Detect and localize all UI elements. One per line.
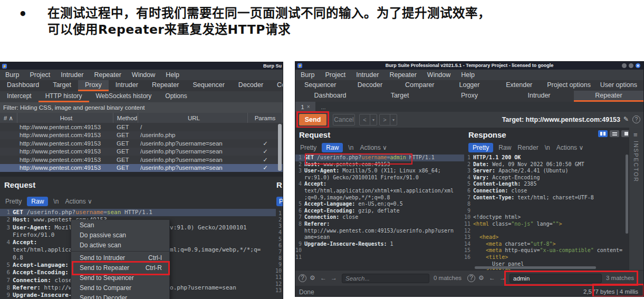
tab-dashboard[interactable]: Dashboard xyxy=(0,80,46,91)
menu-item-help[interactable]: Help xyxy=(160,71,185,79)
table-row[interactable]: http://www.pentest.com:49153GET/userinfo… xyxy=(0,164,283,172)
tab-target[interactable]: Target xyxy=(46,80,78,91)
menu-item-burp[interactable]: Burp xyxy=(295,71,320,79)
context-menu-item-send-to-comparer[interactable]: Send to Comparer xyxy=(71,283,169,293)
editor-tab-actions[interactable]: Actions ∨ xyxy=(555,143,584,152)
minimize-button[interactable] xyxy=(622,63,627,68)
tab-repeater[interactable]: Repeater xyxy=(574,91,643,102)
tab-proxy[interactable]: Proxy xyxy=(78,80,109,91)
http-history-filter-bar[interactable]: Filter: Hiding CSS, image and general bi… xyxy=(0,102,283,113)
back-button[interactable]: < ▾ xyxy=(359,114,377,126)
table-row[interactable]: http://www.pentest.com:49153GET/userinfo… xyxy=(0,139,283,148)
menu-item-project[interactable]: Project xyxy=(320,71,351,79)
column-header-host[interactable]: Host xyxy=(17,113,113,123)
splitter-strip[interactable] xyxy=(0,172,283,177)
table-row[interactable]: http://www.pentest.com:49153GET/userinfo… xyxy=(0,156,283,164)
forward-button[interactable]: > ▾ xyxy=(379,114,397,126)
response-search-input[interactable]: admin xyxy=(510,274,602,283)
tab-sequencer[interactable]: Sequencer xyxy=(295,80,345,91)
context-menu-item-do-passive-scan[interactable]: Do passive scan xyxy=(71,230,169,240)
menu-item-window[interactable]: Window xyxy=(127,71,160,79)
tab-logger[interactable]: Logger xyxy=(445,80,494,91)
tab-proxy[interactable]: Proxy xyxy=(435,91,504,102)
menu-item-burp[interactable]: Burp xyxy=(0,71,24,79)
tab-dashboard[interactable]: Dashboard xyxy=(295,91,365,102)
tab-extender[interactable]: Extender xyxy=(494,80,544,91)
column-header-item[interactable]: # ∧ xyxy=(0,113,17,123)
response-search-next-icon[interactable]: → xyxy=(499,274,506,282)
tab-options[interactable]: Options xyxy=(158,91,194,102)
tab-user-options[interactable]: User options xyxy=(594,80,643,91)
repeater-tab-close-icon[interactable]: × xyxy=(307,104,310,110)
tab-websockets-history[interactable]: WebSockets history xyxy=(89,91,159,102)
editor-tab-render[interactable]: Render xyxy=(516,143,539,152)
response-search-prev-icon[interactable]: ← xyxy=(489,274,495,282)
forward-arrow[interactable]: > xyxy=(380,114,390,125)
response-horizontal-scrollbar[interactable] xyxy=(475,266,596,269)
tab-decoder[interactable]: Decoder xyxy=(232,80,270,91)
back-arrow[interactable]: < xyxy=(360,114,370,125)
request-search-help-icon[interactable]: ? xyxy=(299,274,306,282)
editor-tab-actions[interactable]: Actions ∨ xyxy=(64,197,93,206)
context-menu-item-send-to-decoder[interactable]: Send to Decoder xyxy=(71,293,169,299)
table-scrollbar[interactable] xyxy=(278,124,282,171)
tab-repeater[interactable]: Repeater xyxy=(145,80,186,91)
left-response-pretty-tab-cut[interactable]: P xyxy=(276,197,283,206)
cancel-button[interactable]: Cancel xyxy=(333,114,355,126)
help-icon[interactable]: ? xyxy=(632,115,640,123)
close-button[interactable]: ✕ xyxy=(636,63,640,68)
tab-intercept[interactable]: Intercept xyxy=(0,91,39,102)
tab-intruder[interactable]: Intruder xyxy=(109,80,145,91)
menu-item-help[interactable]: Help xyxy=(456,71,480,79)
inspector-menu-icon[interactable]: ≡ xyxy=(633,131,638,139)
editor-tab-pretty[interactable]: Pretty xyxy=(299,143,318,152)
request-search-prev-icon[interactable]: ← xyxy=(320,274,326,282)
request-search-gear-icon[interactable]: ⚙ xyxy=(310,274,315,282)
forward-dropdown-icon[interactable]: ▾ xyxy=(390,114,397,125)
request-editor[interactable]: 1GET /userinfo.php?username=admin HTTP/1… xyxy=(295,155,464,270)
send-button[interactable]: Send xyxy=(299,114,326,126)
menu-item-project[interactable]: Project xyxy=(24,71,55,79)
tab-intruder[interactable]: Intruder xyxy=(504,91,574,102)
table-row[interactable]: http://www.pentest.com:49153GET/userinfo… xyxy=(0,148,283,156)
tab-sequencer[interactable]: Sequencer xyxy=(186,80,231,91)
editor-tab-pretty[interactable]: Pretty xyxy=(4,197,23,206)
repeater-tab-1[interactable]: 1 × xyxy=(295,102,315,112)
editor-tab-raw[interactable]: Raw xyxy=(322,143,343,152)
request-search-input[interactable]: Search... xyxy=(342,274,429,283)
table-row[interactable]: http://www.pentest.com:49153GET/userinfo… xyxy=(0,131,283,140)
menu-item-intruder[interactable]: Intruder xyxy=(351,71,384,79)
column-header-method[interactable]: Method xyxy=(113,113,138,123)
editor-tab-raw[interactable]: Raw xyxy=(27,197,48,206)
menu-item-repeater[interactable]: Repeater xyxy=(384,71,421,79)
editor-tab-raw[interactable]: Raw xyxy=(497,143,512,152)
response-editor[interactable]: 1HTTP/1.1 200 OK2Date: Wed, 09 Nov 2022 … xyxy=(464,155,625,270)
context-menu-item-send-to-intruder[interactable]: Send to IntruderCtrl-I xyxy=(71,253,169,263)
response-search-gear-icon[interactable]: ⚙ xyxy=(478,274,484,282)
editor-tab-actions[interactable]: Actions ∨ xyxy=(359,143,388,152)
inspector-sidebar[interactable]: ≡ INSPECTOR xyxy=(629,128,643,270)
back-dropdown-icon[interactable]: ▾ xyxy=(370,114,377,125)
tab-target[interactable]: Target xyxy=(365,91,435,102)
maximize-button[interactable] xyxy=(629,63,633,68)
table-row[interactable]: http://www.pentest.com:49153GET/ xyxy=(0,123,283,131)
tab-comparer[interactable]: Comparer xyxy=(270,80,283,91)
context-menu-item-send-to-repeater[interactable]: Send to RepeaterCtrl-R xyxy=(71,263,169,273)
response-search-help-icon[interactable]: ? xyxy=(467,274,475,282)
edit-target-icon[interactable]: ✎ xyxy=(623,115,629,123)
response-vertical-scrollbar[interactable] xyxy=(626,155,628,234)
tab-comparer[interactable]: Comparer xyxy=(395,80,445,91)
column-header-url[interactable]: URL xyxy=(138,113,248,123)
context-menu-item-do-active-scan[interactable]: Do active scan xyxy=(71,240,169,250)
context-menu-item-scan[interactable]: Scan xyxy=(71,220,169,230)
layout-columns-icon[interactable] xyxy=(598,130,608,137)
context-menu-item-send-to-sequencer[interactable]: Send to Sequencer xyxy=(71,273,169,283)
tab-decoder[interactable]: Decoder xyxy=(345,80,395,91)
menu-item-window[interactable]: Window xyxy=(422,71,456,79)
editor-tab-n[interactable]: \n xyxy=(544,143,551,152)
tab-http-history[interactable]: HTTP history xyxy=(39,91,89,102)
repeater-new-tab[interactable]: ... xyxy=(315,102,331,112)
editor-tab-n[interactable]: \n xyxy=(347,143,354,152)
column-header-params[interactable]: Params xyxy=(248,113,283,123)
editor-tab-n[interactable]: \n xyxy=(52,197,60,206)
